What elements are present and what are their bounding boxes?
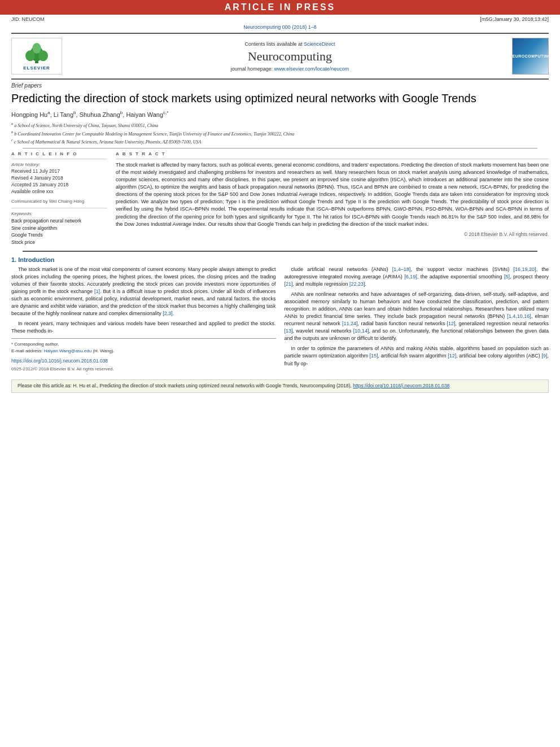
affiliation-a: a a School of Science, North University … [11,121,549,129]
journal-homepage: journal homepage: www.elsevier.com/locat… [68,66,512,72]
citation-doi-link[interactable]: https://doi.org/10.1016/j.neucom.2018.01… [353,383,449,388]
intro-para-2: In recent years, many techniques and var… [11,320,276,335]
affiliations: a a School of Science, North University … [11,121,549,146]
citation-bar: Please cite this article as: H. Hu et al… [11,379,549,393]
ref-9[interactable]: [9] [541,353,547,359]
ref-6-19[interactable]: [6,19] [404,274,417,279]
ref-21[interactable]: [21] [285,281,293,287]
doi-link[interactable]: https://doi.org/10.1016/j.neucom.2018.01… [11,358,108,364]
ref-13[interactable]: [13] [285,328,293,334]
article-info-col: A R T I C L E I N F O Article history: R… [11,151,107,246]
sciencedirect-link[interactable]: ScienceDirect [304,41,335,47]
ref-1-4-18[interactable]: [1,4–18] [392,267,411,272]
abstract-divider [116,159,549,159]
keyword-stock: Stock price [11,239,107,246]
journal-volume-link[interactable]: Neurocomputing 000 (2018) 1–8 [243,24,317,30]
article-title: Predicting the direction of stock market… [11,91,549,106]
jid-row: JID: NEUCOM [m5G;January 30, 2018;13:42] [0,15,560,24]
journal-name: Neurocomputing [68,49,512,64]
received-date: Received 11 July 2017 [11,168,107,175]
affiliation-c: c c School of Mathematical & Natural Sci… [11,137,549,145]
keywords-divider [11,208,107,208]
footnote-area: * Corresponding author. E-mail address: … [11,338,276,354]
intro-col-left: The stock market is one of the most vita… [11,266,276,372]
abstract-text: The stock market is affected by many fac… [116,161,549,228]
ref-11-24[interactable]: [11,24] [342,321,358,326]
homepage-link[interactable]: www.elsevier.com/locate/neucom [274,66,349,72]
article-info-header: A R T I C L E I N F O [11,151,107,156]
ref-16-19-20[interactable]: [16,19,20] [514,267,536,272]
ref-12b[interactable]: [12] [448,353,456,359]
keyword-google: Google Trends [11,231,107,239]
history-label: Article history: [11,162,107,167]
elsevier-logo: ELSEVIER [11,38,62,75]
meta-label: [m5G;January 30, 2018;13:42] [480,16,549,22]
ref-22-23[interactable]: [22,23] [349,281,365,287]
article-in-press-banner: ARTICLE IN PRESS [0,0,560,15]
journal-thumbnail: NEUROCOMPUTING [512,38,549,75]
contents-available: Contents lists available at ScienceDirec… [68,41,512,47]
keyword-sca: Sine cosine algorithm [11,225,107,232]
keywords-label: Keywords: [11,211,107,216]
keyword-bpnn: Back propagation neural network [11,217,107,225]
elsevier-tree-icon [20,42,54,64]
info-abstract-cols: A R T I C L E I N F O Article history: R… [11,151,549,246]
corresponding-note: * Corresponding author. [11,341,276,348]
top-divider [11,33,549,34]
journal-link-row: Neurocomputing 000 (2018) 1–8 [0,24,560,31]
abstract-header: A B S T R A C T [116,151,549,156]
abstract-col: A B S T R A C T The stock market is affe… [116,151,549,246]
doi-area: https://doi.org/10.1016/j.neucom.2018.01… [11,357,276,365]
journal-header: ELSEVIER Contents lists available at Sci… [0,36,560,77]
intro-para-5: In order to optimize the parameters of A… [285,345,549,367]
ref-12[interactable]: [12] [447,321,456,326]
intro-col-right: clude artificial neural networks (ANNs) … [285,266,549,372]
email-note: E-mail address: Haiyan.Wang@asu.edu (H. … [11,348,276,355]
affiliations-divider [23,148,537,148]
intro-para-3: clude artificial neural networks (ANNs) … [285,266,549,288]
intro-para-1: The stock market is one of the most vita… [11,266,276,317]
accepted-date: Accepted 15 January 2018 [11,182,107,189]
jid-label: JID: NEUCOM [11,16,45,22]
authors-line: Hongping Hua, Li Tangb, Shuhua Zhangb, H… [11,110,549,118]
intro-body-cols: The stock market is one of the most vita… [11,266,549,372]
communicated-by: Communicated by Wei Chiang Hong [11,198,107,204]
content-area: Brief papers Predicting the direction of… [0,81,560,375]
issn-line: 0925-2312/© 2018 Elsevier B.V. All right… [11,366,276,373]
svg-point-4 [32,43,41,54]
affiliation-b: b b Coordinated Innovation Center for Co… [11,129,549,137]
ref-5[interactable]: [5] [504,274,510,279]
introduction-section: 1. Introduction The stock market is one … [11,256,549,372]
info-divider [11,159,107,159]
section-label: Brief papers [11,82,549,89]
available-online: Available online xxx [11,189,107,195]
header-bottom-divider [11,78,549,80]
intro-para-4: ANNs are nonlinear networks and have adv… [285,291,549,342]
journal-center: Contents lists available at ScienceDirec… [68,41,512,72]
copyright-line: © 2018 Elsevier B.V. All rights reserved… [116,231,549,237]
intro-section-title: 1. Introduction [11,256,549,263]
ref-10-14[interactable]: [10,14] [353,328,369,334]
elsevier-text: ELSEVIER [23,65,50,71]
ref-23-link[interactable]: [2,3] [163,311,173,316]
abstract-bottom-divider [23,251,537,252]
ref-1-4-10-16[interactable]: [1,4,10,16] [507,313,531,319]
email-link[interactable]: Haiyan.Wang@asu.edu [44,348,91,353]
ref-15[interactable]: [15] [370,353,378,359]
ref-1-link[interactable]: [1] [94,289,100,294]
revised-date: Revised 4 January 2018 [11,175,107,182]
